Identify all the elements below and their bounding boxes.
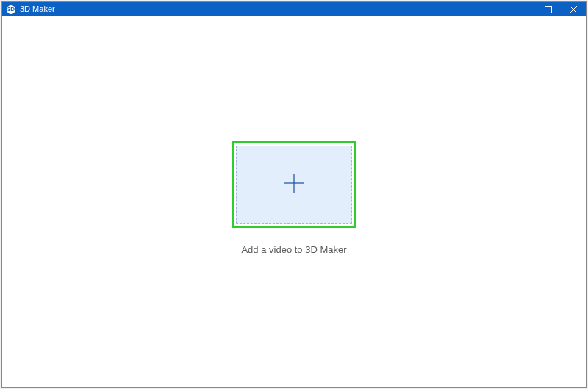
- plus-icon: [282, 171, 306, 198]
- maximize-icon: [545, 6, 552, 13]
- app-icon: 3D: [7, 5, 15, 14]
- window-controls: [536, 2, 586, 16]
- close-icon: [570, 6, 577, 13]
- close-button[interactable]: [561, 2, 586, 16]
- svg-rect-0: [545, 6, 552, 13]
- maximize-button[interactable]: [536, 2, 561, 16]
- dropzone-highlight: [232, 141, 356, 228]
- main-content: Add a video to 3D Maker: [2, 16, 586, 387]
- titlebar: 3D 3D Maker: [2, 2, 586, 16]
- app-window: 3D 3D Maker: [1, 1, 587, 388]
- add-video-hint: Add a video to 3D Maker: [241, 244, 346, 255]
- add-video-dropzone[interactable]: [236, 146, 352, 224]
- app-title: 3D Maker: [20, 2, 536, 16]
